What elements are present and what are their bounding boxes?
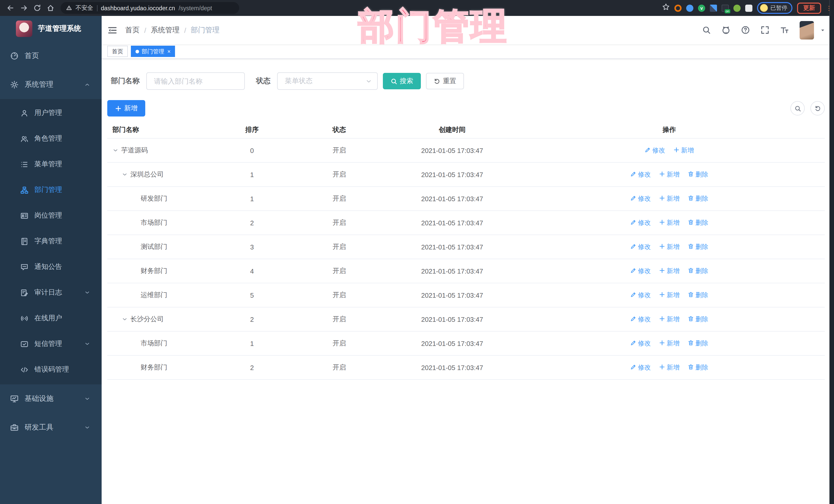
create-time-cell: 2021-01-05 17:03:47 (391, 267, 514, 275)
table-row: 测试部门3开启2021-01-05 17:03:47修改新增删除 (107, 235, 825, 259)
edit-action-link[interactable]: 修改 (630, 267, 651, 275)
expand-arrow-icon[interactable] (122, 171, 128, 178)
add-action-link[interactable]: 新增 (659, 170, 680, 179)
add-action-link[interactable]: 新增 (659, 315, 680, 324)
tag-dept-active[interactable]: 部门管理× (131, 46, 175, 57)
edit-action-link[interactable]: 修改 (630, 170, 651, 179)
status-cell: 开启 (288, 170, 391, 179)
sort-cell: 4 (216, 267, 288, 275)
close-tag-icon[interactable]: × (167, 48, 171, 54)
pencil-icon (630, 243, 636, 251)
sidebar-item-部门管理[interactable]: 部门管理 (0, 177, 102, 203)
edit-action-link[interactable]: 修改 (630, 339, 651, 348)
delete-action-link[interactable]: 删除 (688, 218, 708, 227)
extension-grid-icon[interactable] (710, 4, 717, 12)
add-action-link[interactable]: 新增 (659, 218, 680, 227)
edit-action-link[interactable]: 修改 (630, 218, 651, 227)
sidebar-item-短信管理[interactable]: 短信管理 (0, 331, 102, 357)
add-action-link[interactable]: 新增 (659, 363, 680, 372)
tag-home[interactable]: 首页 (107, 46, 128, 57)
browser-profile-badge[interactable]: 已暂停 (757, 2, 792, 14)
header-search-icon[interactable] (702, 26, 711, 35)
search-button[interactable]: 搜索 (383, 73, 421, 89)
add-action-link[interactable]: 新增 (673, 146, 694, 155)
code-icon (21, 366, 28, 373)
toggle-search-button[interactable] (790, 101, 805, 115)
actions-cell: 修改新增删除 (514, 194, 825, 203)
status-select[interactable]: 菜单状态 (277, 72, 378, 90)
help-icon[interactable] (741, 26, 750, 35)
trash-icon (688, 243, 694, 251)
user-avatar[interactable] (799, 21, 814, 39)
sidebar-item-首页[interactable]: 首页 (0, 42, 102, 70)
sidebar-item-基础设施[interactable]: 基础设施 (0, 385, 102, 413)
delete-action-link[interactable]: 删除 (688, 242, 708, 251)
collapse-menu-icon[interactable] (108, 25, 117, 35)
sidebar-item-研发工具[interactable]: 研发工具 (0, 413, 102, 442)
avatar-caret-icon[interactable] (820, 27, 826, 33)
add-action-link[interactable]: 新增 (659, 339, 680, 348)
extensions-puzzle-icon[interactable] (745, 4, 752, 12)
delete-action-link[interactable]: 删除 (688, 194, 708, 203)
browser-forward-icon[interactable] (18, 2, 30, 14)
add-action-link[interactable]: 新增 (659, 194, 680, 203)
breadcrumb-home[interactable]: 首页 (125, 25, 139, 35)
edit-action-link[interactable]: 修改 (630, 242, 651, 251)
fullscreen-icon[interactable] (761, 26, 769, 35)
add-action-link[interactable]: 新增 (659, 267, 680, 275)
extension-blue-icon[interactable] (686, 4, 694, 12)
dept-name-cell: 长沙分公司 (107, 314, 216, 324)
sidebar-item-岗位管理[interactable]: 岗位管理 (0, 203, 102, 228)
add-action-link[interactable]: 新增 (659, 291, 680, 300)
delete-action-link[interactable]: 删除 (688, 315, 708, 324)
sidebar-item-在线用户[interactable]: 在线用户 (0, 305, 102, 331)
expand-arrow-icon[interactable] (112, 147, 118, 153)
expand-arrow-icon[interactable] (122, 316, 128, 322)
table-row: 财务部门2开启2021-01-05 17:03:47修改新增删除 (107, 356, 825, 380)
delete-action-link[interactable]: 删除 (688, 267, 708, 275)
refresh-table-button[interactable] (810, 101, 825, 115)
edit-action-link[interactable]: 修改 (644, 146, 665, 155)
sidebar-item-审计日志[interactable]: 审计日志 (0, 280, 102, 305)
delete-action-link[interactable]: 删除 (688, 363, 708, 372)
browser-home-icon[interactable] (44, 2, 57, 14)
edit-action-link[interactable]: 修改 (630, 315, 651, 324)
security-label: 不安全 (75, 4, 93, 12)
github-icon[interactable] (722, 26, 730, 35)
sidebar-item-通知公告[interactable]: 通知公告 (0, 254, 102, 280)
sidebar-logo[interactable]: 芋道管理系统 (0, 16, 102, 42)
extension-orange-icon[interactable] (674, 4, 682, 12)
extension-leaf-icon[interactable] (733, 4, 741, 12)
delete-action-link[interactable]: 删除 (688, 339, 708, 348)
edit-action-link[interactable]: 修改 (630, 291, 651, 300)
status-cell: 开启 (288, 339, 391, 348)
extension-list-icon[interactable]: on (722, 4, 729, 12)
sidebar-item-错误码管理[interactable]: 错误码管理 (0, 357, 102, 382)
extension-green-check-icon[interactable]: v (698, 4, 705, 12)
font-size-icon[interactable] (780, 26, 789, 35)
delete-action-link[interactable]: 删除 (688, 170, 708, 179)
edit-action-link[interactable]: 修改 (630, 194, 651, 203)
add-button[interactable]: 新增 (107, 100, 145, 116)
sidebar-item-角色管理[interactable]: 角色管理 (0, 126, 102, 151)
actions-cell: 修改新增删除 (514, 242, 825, 251)
pencil-icon (644, 147, 651, 154)
delete-action-link[interactable]: 删除 (688, 291, 708, 300)
sidebar-item-系统管理[interactable]: 系统管理 (0, 70, 102, 99)
page-scrollbar[interactable] (829, 0, 834, 504)
reset-button[interactable]: 重置 (426, 73, 464, 89)
browser-back-icon[interactable] (4, 2, 17, 14)
main-area: 首页 / 系统管理 / 部门管理 首页 部门管理× (102, 16, 834, 504)
bookmark-star-icon[interactable] (662, 3, 670, 13)
browser-update-button[interactable]: 更新 (797, 2, 821, 14)
browser-reload-icon[interactable] (31, 2, 43, 14)
sidebar-item-菜单管理[interactable]: 菜单管理 (0, 151, 102, 177)
address-bar[interactable]: 不安全 dashboard.yudao.iocoder.cn/system/de… (61, 2, 239, 14)
breadcrumb-system[interactable]: 系统管理 (151, 25, 180, 35)
edit-action-link[interactable]: 修改 (630, 363, 651, 372)
sidebar-item-用户管理[interactable]: 用户管理 (0, 100, 102, 126)
add-action-link[interactable]: 新增 (659, 242, 680, 251)
dept-name-input[interactable] (146, 72, 245, 90)
sort-cell: 1 (216, 195, 288, 202)
sidebar-item-字典管理[interactable]: 字典管理 (0, 228, 102, 254)
